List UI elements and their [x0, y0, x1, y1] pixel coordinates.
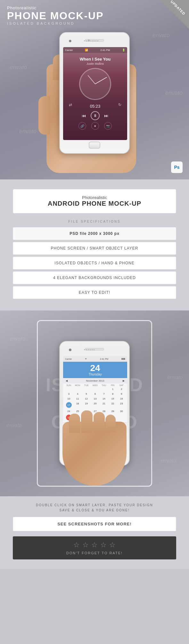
dow-mon: MON: [73, 384, 82, 386]
wm-bottom-3: envato: [6, 423, 22, 428]
spec-row-3: ISOLATED OBJECTS / HAND & PHONE: [13, 257, 176, 269]
bottom-section: ISOLATEDBACKGROUND envato envato envato …: [0, 310, 189, 496]
cal-cell: 12: [82, 397, 91, 401]
cal-cell: 20: [91, 401, 99, 409]
cal-date-header: 24 Thursday: [63, 362, 127, 378]
cal-cell: [117, 414, 126, 421]
hero-title-sub: ISOLATED BACKGROUND: [7, 21, 104, 25]
footer-section: DOUBLE CLICK ON SMART LAYER, PASTE YOUR …: [0, 496, 189, 569]
wm-bottom-4: envato: [161, 458, 176, 464]
cal-cell: 13: [91, 397, 99, 401]
dow-thu: THU: [100, 384, 108, 386]
music-icons-row: 🔗 ♥ 📷: [66, 122, 125, 130]
cal-month-label: November 2013: [86, 379, 104, 382]
rating-box: ☆ ☆ ☆ ☆ ☆ DON'T FORGET TO RATE!: [13, 536, 176, 559]
cal-cell: 17: [64, 401, 73, 409]
cal-cell: [100, 387, 108, 391]
music-action-2: ♥: [91, 122, 99, 130]
cal-cell: 5: [82, 392, 91, 396]
time-display: 2:41 PM: [100, 49, 110, 52]
cal-cell: 7: [100, 392, 108, 396]
cal-status-bar: Carrier ≋ 2:41 PM ▮▮▮: [63, 356, 127, 362]
cal-cell: 9: [117, 392, 126, 396]
cal-week-4: 17 18 19 20 21 22 23: [64, 401, 126, 409]
phone-screen-top: Carrier 📶 2:41 PM 🔋 When I See You Justi…: [63, 47, 127, 140]
product-title-small: Photorealistic: [20, 195, 169, 200]
music-action-3: 📷: [104, 122, 112, 130]
star-2[interactable]: ☆: [82, 541, 89, 549]
cal-week-1: 1 2: [64, 387, 126, 391]
product-title-big: ANDROID PHONE MOCK-UP: [20, 200, 169, 207]
dow-sun: SUN: [64, 384, 73, 386]
footer-instruction: DOUBLE CLICK ON SMART LAYER, PASTE YOUR …: [13, 503, 176, 513]
carrier-label: Carrier: [65, 49, 73, 52]
cal-cell: [91, 387, 99, 391]
cal-cell: 24: [64, 409, 73, 413]
cal-day-name: Thursday: [63, 373, 127, 376]
fastforward-icon: ⏭: [104, 113, 109, 118]
dow-tue: TUE: [82, 384, 91, 386]
stars-row: ☆ ☆ ☆ ☆ ☆: [17, 541, 172, 549]
home-button[interactable]: [89, 142, 100, 149]
cal-cell: 14: [100, 397, 108, 401]
cal-cell: 1: [108, 387, 117, 391]
cal-cell: 8: [108, 392, 117, 396]
star-4[interactable]: ☆: [100, 541, 107, 549]
music-time: 05:23: [90, 104, 101, 109]
footer-cta-box[interactable]: SEE SCREENSHOTS FOR MORE!: [13, 517, 176, 531]
cal-next-btn[interactable]: ▶: [123, 379, 125, 382]
watermark-1: envato: [10, 64, 27, 71]
clock-minute-hand: [95, 77, 107, 84]
cal-carrier: Carrier: [65, 358, 72, 360]
pause-button[interactable]: ⏸: [91, 111, 100, 120]
shuffle-icon: ⇄: [69, 103, 72, 110]
song-title: When I See You: [66, 57, 125, 62]
cal-cell: 19: [82, 401, 91, 409]
cal-cell: 23: [117, 401, 126, 409]
spec-row-5: EASY TO EDIT!: [13, 286, 176, 299]
cal-prev-btn[interactable]: ◀: [66, 379, 68, 382]
cal-week-5: 24 25 26 27 28 29 30: [64, 409, 126, 413]
wifi-icon: 📶: [85, 49, 88, 52]
cal-cell: 11: [73, 397, 82, 401]
spec-row-2: PHONE SCREEN / SMART OBJECT LAYER: [13, 242, 176, 255]
phone-mockup-top: Carrier 📶 2:41 PM 🔋 When I See You Justi…: [40, 26, 149, 173]
cal-cell: 29: [108, 409, 117, 413]
star-3[interactable]: ☆: [91, 541, 98, 549]
clock-hour-hand: [88, 75, 95, 84]
hero-title: Photorealistic PHONE MOCK-UP ISOLATED BA…: [7, 6, 104, 26]
repeat-icon: ↻: [118, 103, 121, 110]
spec-row-4: 4 ELEGANT BACKGROUNDS INCLUDED: [13, 271, 176, 284]
song-artist: Justin Mullins: [66, 62, 125, 65]
music-controls: ⏮ ⏸ ⏭: [66, 111, 125, 120]
battery-icon: 🔋: [122, 49, 125, 52]
product-title-box: Photorealistic ANDROID PHONE MOCK-UP: [13, 189, 176, 213]
cal-week-2: 3 4 5 6 7 8 9: [64, 392, 126, 396]
cal-cell: 10: [64, 397, 73, 401]
photoshop-badge: Ps: [171, 161, 183, 173]
cal-cell: 25: [73, 409, 82, 413]
cal-cell: 30: [117, 409, 126, 413]
cal-nav: ◀ November 2013 ▶: [63, 378, 127, 384]
cal-cell: 16: [117, 397, 126, 401]
spec-row-1: PSD file 2000 x 3000 px: [13, 227, 176, 240]
cal-day-number: 24: [63, 364, 127, 373]
wm-bottom-2: envato: [167, 375, 183, 380]
rewind-icon: ⏮: [82, 113, 86, 118]
watermark-3: envato: [152, 32, 170, 39]
dow-sat: SAT: [117, 384, 126, 386]
cal-dow-row: SUN MON TUE WED THU FRI SAT: [64, 384, 126, 386]
star-1[interactable]: ☆: [73, 541, 80, 549]
cal-cell: 18: [73, 401, 82, 409]
rating-label: DON'T FORGET TO RATE!: [17, 551, 172, 555]
bottom-frame: Carrier ≋ 2:41 PM ▮▮▮ 24 Thursday ◀ Nove…: [37, 320, 152, 487]
music-action-1: 🔗: [78, 122, 86, 130]
cal-cell: 4: [73, 392, 82, 396]
cal-cell: [82, 387, 91, 391]
cal-cell: 22: [108, 401, 117, 409]
music-content: When I See You Justin Mullins ⇄ 05:23 ↻ …: [63, 53, 127, 132]
star-5[interactable]: ☆: [109, 541, 116, 549]
hand-bottom: [62, 422, 127, 486]
cal-cell: 6: [91, 392, 99, 396]
cal-cell: 3: [64, 392, 73, 396]
